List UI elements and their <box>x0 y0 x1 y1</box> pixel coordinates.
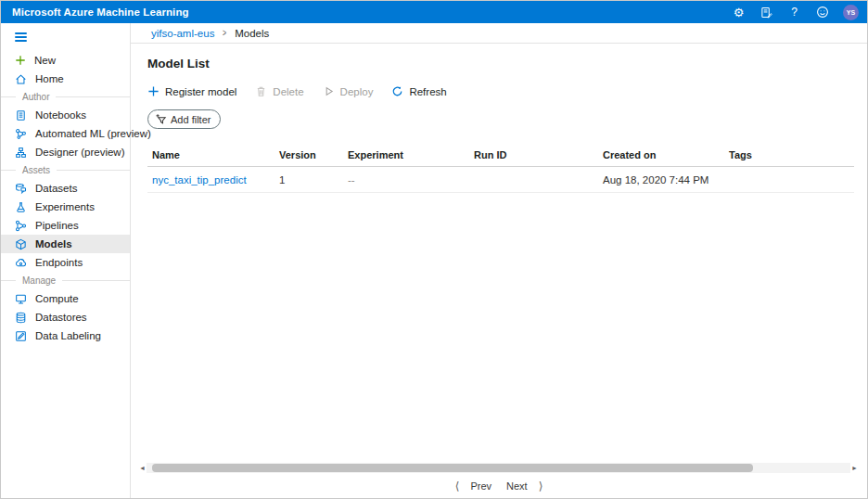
sidebar-item-label: Pipelines <box>35 220 79 231</box>
model-name-link[interactable]: nyc_taxi_tip_predict <box>152 174 247 186</box>
refresh-icon <box>391 85 403 97</box>
sidebar-item-label: Models <box>35 238 72 250</box>
trash-icon <box>255 85 267 97</box>
sidebar-item-new[interactable]: New <box>1 51 130 70</box>
model-version-cell: 1 <box>274 174 343 186</box>
topbar-icon-group: ⚙ ? YS <box>732 5 859 20</box>
sidebar-item-datasets[interactable]: Datasets <box>1 179 130 198</box>
datasets-icon <box>15 183 27 195</box>
compute-icon <box>15 293 27 305</box>
register-model-button[interactable]: Register model <box>147 85 236 97</box>
model-created-on-cell: Aug 18, 2020 7:44 PM <box>598 174 724 186</box>
home-icon <box>15 73 27 85</box>
page-title: Model List <box>147 57 852 70</box>
scrollbar-thumb[interactable] <box>152 464 753 472</box>
sidebar-item-datastores[interactable]: Datastores <box>1 308 130 326</box>
sidebar-item-label: Data Labeling <box>35 330 101 341</box>
scroll-left-icon[interactable]: ◄ <box>138 465 147 471</box>
body-row: New Home Author Notebooks Automated ML (… <box>1 23 867 498</box>
sidebar-item-endpoints[interactable]: Endpoints <box>1 253 130 272</box>
top-bar: Microsoft Azure Machine Learning ⚙ ? <box>1 1 867 23</box>
column-header-run-id[interactable]: Run ID <box>469 149 598 160</box>
sidebar-item-label: Datasets <box>35 183 77 194</box>
next-button[interactable]: Next <box>499 480 535 492</box>
sidebar-section-assets: Assets <box>1 161 130 179</box>
add-filter-button[interactable]: Add filter <box>147 109 221 129</box>
column-header-version[interactable]: Version <box>274 149 343 160</box>
gear-icon[interactable]: ⚙ <box>732 6 746 19</box>
sidebar-item-notebooks[interactable]: Notebooks <box>1 106 130 124</box>
sidebar-item-automated-ml[interactable]: Automated ML (preview) <box>1 124 130 143</box>
designer-icon <box>15 147 27 159</box>
content: Model List Register model Delete Deploy <box>131 44 867 498</box>
filter-plus-icon <box>155 113 167 125</box>
breadcrumb: yifso-aml-eus > Models <box>131 23 867 44</box>
column-header-tags[interactable]: Tags <box>724 149 854 160</box>
scroll-right-icon[interactable]: ► <box>850 465 859 471</box>
model-table: Name Version Experiment Run ID Created o… <box>147 144 854 193</box>
delete-button[interactable]: Delete <box>255 85 303 97</box>
sidebar: New Home Author Notebooks Automated ML (… <box>1 23 131 498</box>
notebook-icon <box>15 109 27 122</box>
help-icon[interactable]: ? <box>787 6 801 19</box>
sidebar-item-label: New <box>34 55 56 66</box>
breadcrumb-workspace-link[interactable]: yifso-aml-eus <box>151 28 214 39</box>
sidebar-item-designer[interactable]: Designer (preview) <box>1 143 130 161</box>
sidebar-item-compute[interactable]: Compute <box>1 289 130 308</box>
sidebar-item-label: Home <box>35 73 64 84</box>
sidebar-section-manage: Manage <box>1 272 130 289</box>
app-window: Microsoft Azure Machine Learning ⚙ ? <box>0 0 868 499</box>
sidebar-item-label: Designer (preview) <box>35 147 125 158</box>
experiments-icon <box>15 201 27 213</box>
sidebar-item-label: Endpoints <box>35 257 83 268</box>
menu-icon[interactable] <box>15 32 27 42</box>
sidebar-item-label: Compute <box>35 293 79 304</box>
sidebar-item-label: Datastores <box>35 312 87 323</box>
pipelines-icon <box>15 220 27 232</box>
sidebar-section-author: Author <box>1 88 130 106</box>
main-area: yifso-aml-eus > Models Model List Regist… <box>131 23 867 498</box>
toolbar: Register model Delete Deploy Refresh <box>147 85 852 97</box>
plus-icon <box>15 55 26 66</box>
sidebar-item-models[interactable]: Models <box>1 235 130 253</box>
data-labeling-icon <box>15 330 27 342</box>
prev-button[interactable]: Prev <box>463 480 499 492</box>
model-experiment-cell: -- <box>343 174 469 186</box>
sidebar-item-experiments[interactable]: Experiments <box>1 198 130 216</box>
deploy-button[interactable]: Deploy <box>323 85 374 97</box>
avatar[interactable]: YS <box>843 5 859 20</box>
smiley-icon[interactable] <box>815 6 829 19</box>
sidebar-item-home[interactable]: Home <box>1 70 130 88</box>
next-chevron-icon[interactable]: ⟩ <box>535 480 547 493</box>
breadcrumb-current: Models <box>235 28 269 39</box>
table-row: nyc_taxi_tip_predict 1 -- Aug 18, 2020 7… <box>147 167 854 193</box>
sidebar-item-data-labeling[interactable]: Data Labeling <box>1 326 130 345</box>
prev-chevron-icon[interactable]: ⟨ <box>452 480 464 493</box>
sidebar-item-label: Experiments <box>35 201 95 212</box>
table-header-row: Name Version Experiment Run ID Created o… <box>147 144 854 167</box>
sidebar-item-pipelines[interactable]: Pipelines <box>1 216 130 235</box>
scrollbar-track[interactable] <box>147 463 850 473</box>
horizontal-scrollbar[interactable]: ◄ ► <box>138 463 859 473</box>
column-header-experiment[interactable]: Experiment <box>343 149 469 160</box>
play-icon <box>323 85 335 97</box>
plus-icon <box>147 85 160 97</box>
column-header-name[interactable]: Name <box>147 149 274 160</box>
app-title: Microsoft Azure Machine Learning <box>12 6 732 18</box>
datastores-icon <box>15 312 27 324</box>
chevron-right-icon: > <box>223 28 226 38</box>
endpoints-icon <box>15 257 27 269</box>
refresh-button[interactable]: Refresh <box>391 85 446 97</box>
sidebar-item-label: Notebooks <box>35 109 86 121</box>
feedback-icon[interactable] <box>760 6 773 19</box>
column-header-created-on[interactable]: Created on <box>598 149 724 160</box>
automated-ml-icon <box>15 128 27 140</box>
models-icon <box>15 238 27 250</box>
pagination: ⟨ Prev Next ⟩ <box>131 480 867 493</box>
